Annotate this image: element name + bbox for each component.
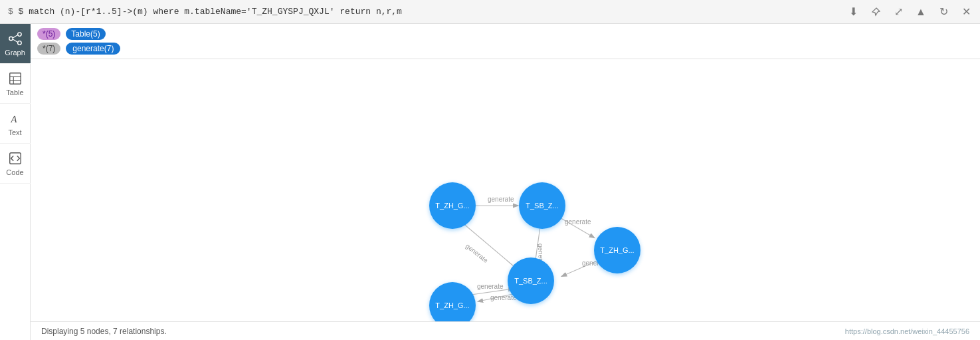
svg-point-0 bbox=[9, 37, 13, 41]
expand-icon[interactable]: ⤢ bbox=[892, 6, 904, 18]
node-4[interactable]: T_SB_Z... bbox=[508, 257, 554, 304]
sidebar-table-label: Table bbox=[6, 88, 23, 96]
svg-text:generate: generate bbox=[477, 283, 504, 290]
sidebar-graph-label: Graph bbox=[5, 49, 25, 57]
sidebar-text-label: Text bbox=[8, 128, 21, 136]
svg-text:generate: generate bbox=[565, 218, 591, 226]
badge-table[interactable]: Table(5) bbox=[66, 28, 105, 40]
svg-line-3 bbox=[13, 35, 17, 38]
sidebar-item-table[interactable]: Table bbox=[0, 64, 31, 104]
status-url: https://blog.csdn.net/weixin_44455756 bbox=[845, 327, 969, 335]
node-4-label: T_SB_Z... bbox=[514, 277, 547, 285]
node-5-label: T_ZH_G... bbox=[435, 301, 469, 309]
svg-point-1 bbox=[17, 32, 21, 36]
download-icon[interactable]: ⬇ bbox=[847, 6, 859, 18]
sidebar: Graph Table A Text Code bbox=[0, 24, 31, 340]
sidebar-code-label: Code bbox=[6, 168, 23, 176]
svg-text:A: A bbox=[10, 113, 17, 124]
svg-point-2 bbox=[17, 41, 21, 44]
graph-canvas: generate generate generate generate gene… bbox=[31, 59, 980, 321]
toolbar-row-1: *(5) Table(5) bbox=[37, 28, 973, 40]
graph-svg: generate generate generate generate gene… bbox=[31, 59, 980, 321]
sidebar-item-graph[interactable]: Graph bbox=[0, 24, 31, 64]
toolbar-icons: ⬇ ⤢ ▲ ↻ ✕ bbox=[847, 6, 972, 18]
node-2-label: T_SB_Z... bbox=[526, 202, 559, 210]
status-text: Displaying 5 nodes, 7 relationships. bbox=[41, 327, 167, 336]
query-text: $ $ match (n)-[r*1..5]->(m) where m.tabl… bbox=[8, 7, 402, 17]
badge-relationships[interactable]: *(7) bbox=[37, 43, 60, 55]
generate-button[interactable]: generate(7) bbox=[66, 43, 120, 55]
up-icon[interactable]: ▲ bbox=[915, 6, 927, 18]
sidebar-item-text[interactable]: A Text bbox=[0, 104, 31, 144]
svg-line-4 bbox=[13, 39, 17, 42]
right-panel: *(5) Table(5) *(7) generate(7) bbox=[31, 24, 980, 340]
toolbar-row-2: *(7) generate(7) bbox=[37, 43, 973, 55]
refresh-icon[interactable]: ↻ bbox=[937, 6, 949, 18]
node-1-label: T_ZH_G... bbox=[435, 202, 469, 210]
node-1[interactable]: T_ZH_G... bbox=[429, 182, 476, 229]
badge-nodes[interactable]: *(5) bbox=[37, 28, 60, 40]
node-2[interactable]: T_SB_Z... bbox=[519, 182, 565, 229]
svg-rect-5 bbox=[9, 73, 21, 84]
svg-text:generate: generate bbox=[488, 196, 514, 203]
results-toolbar: *(5) Table(5) *(7) generate(7) bbox=[31, 24, 980, 59]
status-bar: Displaying 5 nodes, 7 relationships. htt… bbox=[31, 321, 980, 340]
close-icon[interactable]: ✕ bbox=[960, 6, 972, 18]
main-content: Graph Table A Text Code bbox=[0, 24, 980, 340]
pin-icon[interactable] bbox=[870, 6, 882, 18]
query-bar: $ $ match (n)-[r*1..5]->(m) where m.tabl… bbox=[0, 0, 980, 24]
node-3[interactable]: T_ZH_G... bbox=[594, 227, 640, 273]
svg-text:generate: generate bbox=[464, 242, 490, 264]
query-content: $ match (n)-[r*1..5]->(m) where m.tableN… bbox=[19, 7, 402, 17]
sidebar-item-code[interactable]: Code bbox=[0, 144, 31, 184]
node-3-label: T_ZH_G... bbox=[600, 246, 634, 254]
